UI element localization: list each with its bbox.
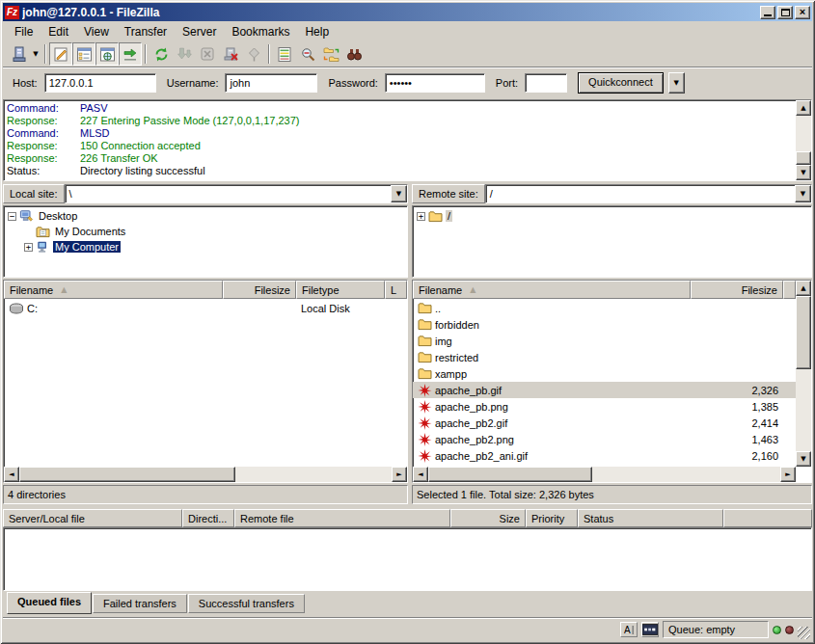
process-queue-button[interactable] (173, 42, 196, 66)
column-header-filetype[interactable]: Filetype (296, 281, 385, 299)
column-header-priority[interactable]: Priority (526, 509, 578, 527)
scroll-down-button[interactable]: ▼ (796, 451, 811, 467)
find-files-button[interactable] (342, 42, 366, 66)
close-button[interactable]: × (795, 6, 810, 19)
tab-queued-files[interactable]: Queued files (7, 592, 92, 614)
maximize-button[interactable] (777, 6, 793, 19)
tab-successful-transfers[interactable]: Successful transfers (188, 594, 305, 613)
menu-server[interactable]: Server (175, 23, 224, 40)
synchronized-browsing-button[interactable] (319, 42, 342, 66)
remote-site-combo[interactable]: / ▼ (485, 184, 812, 203)
scroll-up-button[interactable]: ▲ (796, 100, 811, 116)
menu-help[interactable]: Help (297, 23, 337, 40)
transfer-type-icon[interactable]: A (620, 622, 638, 637)
scroll-track[interactable] (796, 116, 811, 165)
password-input[interactable]: •••••• (385, 73, 485, 93)
scroll-track[interactable] (796, 296, 811, 451)
file-row-apache-pb2-ani-gif[interactable]: apache_pb2_ani.gif2,160 (413, 447, 796, 464)
menu-file[interactable]: File (7, 23, 41, 40)
file-row-item[interactable]: .. (413, 300, 796, 316)
file-row-c[interactable]: C:Local Disk (4, 300, 407, 316)
local-site-bar: Local site: \ ▼ (3, 183, 408, 204)
reconnect-button[interactable] (242, 42, 265, 66)
menu-view[interactable]: View (76, 23, 117, 40)
log-scrollbar[interactable]: ▲ ▼ (796, 100, 811, 180)
speed-limits-icon[interactable] (641, 622, 659, 637)
tree-item-item[interactable]: +/ (413, 208, 811, 224)
column-header-status[interactable]: Status (578, 509, 723, 527)
menu-edit[interactable]: Edit (41, 23, 76, 40)
resize-grip[interactable] (798, 627, 810, 639)
column-header-l[interactable]: L (385, 281, 407, 299)
directory-comparison-button[interactable] (273, 42, 296, 66)
remote-vscrollbar[interactable]: ▲ ▼ (796, 281, 811, 467)
scroll-up-button[interactable]: ▲ (796, 281, 811, 296)
file-row-apache-pb2-gif[interactable]: apache_pb2.gif2,414 (413, 415, 796, 431)
tree-item-my-computer[interactable]: +My Computer (4, 239, 407, 255)
remote-list-body: ..forbiddenimgrestrictedxamppapache_pb.g… (413, 299, 796, 467)
site-manager-button[interactable] (7, 42, 30, 66)
scroll-track[interactable] (19, 467, 392, 482)
quickconnect-dropdown-button[interactable]: ▼ (668, 72, 685, 94)
status-bar: A Queue: empty (3, 617, 812, 641)
toggle-local-tree-button[interactable] (72, 42, 95, 66)
file-row-apache-pb2-png[interactable]: apache_pb2.png1,463 (413, 431, 796, 447)
scroll-thumb[interactable] (428, 467, 592, 482)
file-size: 2,414 (691, 417, 783, 429)
disconnect-button[interactable] (219, 42, 242, 66)
tree-item-desktop[interactable]: −Desktop (4, 208, 407, 224)
minimize-button[interactable] (760, 6, 775, 19)
column-header-filename[interactable]: Filename▲ (413, 281, 691, 299)
scroll-left-button[interactable]: ◄ (413, 467, 428, 482)
local-hscrollbar[interactable]: ◄ ► (4, 467, 407, 482)
apache-image-icon (418, 384, 432, 397)
tree-expander-plus[interactable]: + (417, 212, 425, 221)
refresh-button[interactable] (149, 42, 173, 66)
cancel-operation-button[interactable] (196, 42, 219, 66)
local-list-header: Filename▲FilesizeFiletypeL (4, 281, 407, 299)
apache-image-icon (418, 400, 432, 414)
scroll-right-button[interactable]: ► (392, 467, 407, 482)
scroll-right-button[interactable]: ► (780, 467, 796, 482)
scroll-thumb[interactable] (796, 151, 811, 165)
column-header-remote-file[interactable]: Remote file (234, 509, 450, 527)
column-header-server-local-file[interactable]: Server/Local file (3, 509, 182, 527)
column-header-filename[interactable]: Filename▲ (4, 281, 223, 299)
remote-site-dropdown-button[interactable]: ▼ (795, 185, 811, 202)
toggle-transfer-queue-button[interactable] (119, 42, 142, 66)
file-row-apache-pb-png[interactable]: apache_pb.png1,385 (413, 398, 796, 415)
remote-hscrollbar[interactable]: ◄ ► (413, 467, 796, 482)
port-input[interactable] (525, 73, 567, 93)
host-input[interactable]: 127.0.0.1 (44, 73, 156, 93)
username-input[interactable]: john (225, 73, 317, 93)
directory-listing-filters-button[interactable] (296, 42, 319, 66)
quickconnect-button[interactable]: Quickconnect (578, 72, 664, 94)
tree-expander-minus[interactable]: − (8, 212, 16, 221)
scroll-down-button[interactable]: ▼ (796, 165, 811, 180)
toggle-remote-tree-button[interactable] (95, 42, 119, 66)
site-manager-dropdown-button[interactable]: ▼ (30, 42, 41, 66)
file-row-xampp[interactable]: xampp (413, 365, 796, 382)
file-row-forbidden[interactable]: forbidden (413, 316, 796, 333)
file-row-img[interactable]: img (413, 333, 796, 349)
local-site-dropdown-button[interactable]: ▼ (391, 185, 407, 202)
scroll-thumb[interactable] (796, 296, 811, 369)
file-row-restricted[interactable]: restricted (413, 349, 796, 365)
scroll-track[interactable] (428, 467, 780, 482)
column-header-size[interactable]: Size (450, 509, 526, 527)
tree-item-my-documents[interactable]: My Documents (4, 224, 407, 239)
tree-expander-plus[interactable]: + (24, 243, 33, 252)
scroll-left-button[interactable]: ◄ (4, 467, 19, 482)
scroll-thumb[interactable] (19, 467, 235, 482)
tab-failed-transfers[interactable]: Failed transfers (93, 594, 187, 613)
menu-transfer[interactable]: Transfer (117, 23, 175, 40)
file-size: 1,385 (691, 401, 783, 413)
local-site-combo[interactable]: \ ▼ (65, 184, 408, 203)
chevron-down-icon: ▼ (396, 190, 401, 198)
file-row-apache-pb-gif[interactable]: apache_pb.gif2,326 (413, 382, 796, 398)
toggle-message-log-button[interactable] (49, 42, 72, 66)
column-header-directi[interactable]: Directi... (182, 509, 234, 527)
column-header-filesize[interactable]: Filesize (223, 281, 296, 299)
menu-bookmarks[interactable]: Bookmarks (224, 23, 297, 40)
column-header-filesize[interactable]: Filesize (691, 281, 783, 299)
